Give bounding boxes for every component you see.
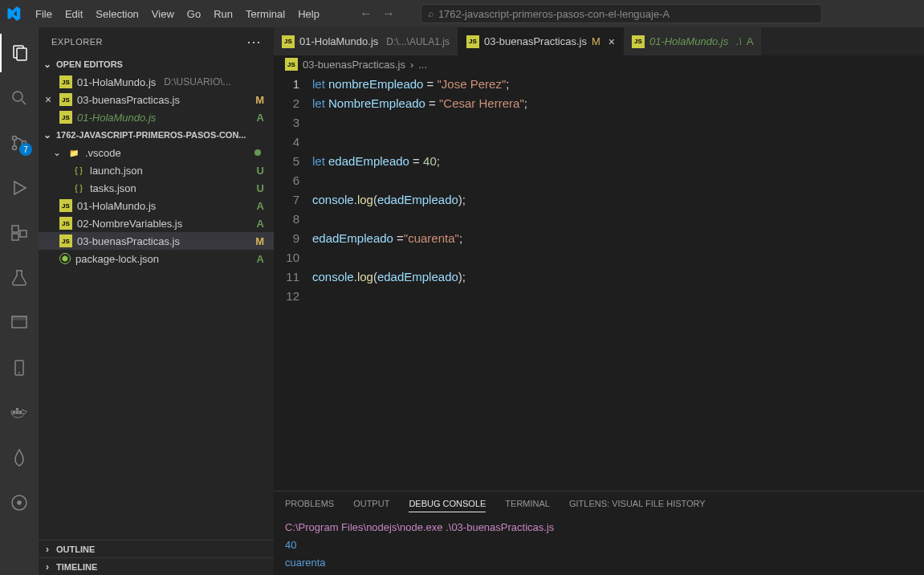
remote-icon[interactable] (0, 483, 39, 522)
menu-file[interactable]: File (29, 5, 59, 23)
editor-tab[interactable]: JS01-HolaMundo.js.\A (624, 27, 763, 55)
run-debug-icon[interactable] (0, 169, 39, 207)
js-file-icon: JS (59, 75, 72, 88)
js-file-icon: JS (59, 93, 72, 106)
editor-area: JS01-HolaMundo.jsD:\...\AULA1.jsJS03-bue… (274, 27, 924, 575)
svg-rect-10 (20, 230, 26, 237)
close-icon[interactable]: × (45, 93, 51, 106)
menu-go[interactable]: Go (181, 5, 207, 23)
file-label: .vscode (85, 147, 121, 159)
extensions-icon[interactable] (0, 214, 39, 252)
open-editor-item[interactable]: ×JS03-buenasPracticas.jsM (39, 91, 274, 108)
docker-icon[interactable] (0, 394, 39, 432)
testing-icon[interactable] (0, 259, 39, 297)
sidebar-header: EXPLORER ⋯ (39, 27, 274, 55)
more-actions-icon[interactable]: ⋯ (246, 33, 262, 51)
svg-line-3 (22, 100, 26, 104)
outline-header[interactable]: › OUTLINE (39, 540, 274, 557)
panel-tab-gitlens-visual-file-history[interactable]: GITLENS: VISUAL FILE HISTORY (569, 495, 706, 512)
tab-label: 03-buenasPracticas.js (484, 35, 587, 47)
js-file-icon: JS (59, 234, 72, 247)
svg-point-20 (18, 501, 21, 504)
svg-point-2 (13, 92, 22, 101)
debug-console-output[interactable]: C:\Program Files\nodejs\node.exe .\03-bu… (274, 516, 924, 575)
source-control-icon[interactable]: 7 (0, 124, 39, 162)
timeline-header[interactable]: › TIMELINE (39, 557, 274, 575)
git-status: U (257, 165, 264, 177)
menu-selection[interactable]: Selection (89, 5, 145, 23)
menu-edit[interactable]: Edit (59, 5, 89, 23)
menu-terminal[interactable]: Terminal (239, 5, 291, 23)
file-item[interactable]: JS02-NombreVariables.jsA (39, 214, 274, 232)
mongodb-icon[interactable] (0, 438, 39, 477)
vscode-logo-icon (6, 6, 21, 21)
js-file-icon: JS (59, 217, 72, 230)
explorer-title: EXPLORER (51, 37, 103, 47)
folder-item[interactable]: ⌄📁.vscode (39, 144, 274, 161)
panel-tabs: PROBLEMSOUTPUTDEBUG CONSOLETERMINALGITLE… (274, 491, 924, 516)
tab-path: D:\...\AULA1.js (386, 36, 450, 47)
file-label: 02-NombreVariables.js (77, 218, 182, 230)
code-editor[interactable]: 123456789101112 let nombreEmpleado = "Jo… (274, 73, 924, 491)
modified-dot (254, 149, 261, 156)
explorer-icon[interactable] (0, 34, 39, 72)
open-editors-header[interactable]: ⌄ OPEN EDITORS (39, 55, 274, 73)
editor-tabs: JS01-HolaMundo.jsD:\...\AULA1.jsJS03-bue… (274, 27, 924, 55)
editor-tab[interactable]: JS03-buenasPracticas.jsM× (458, 27, 624, 55)
file-label: 01-HolaMundo.js (77, 76, 156, 88)
git-status: A (257, 112, 264, 124)
panel-tab-debug-console[interactable]: DEBUG CONSOLE (409, 495, 486, 512)
menu-run[interactable]: Run (207, 5, 239, 23)
js-file-icon: JS (632, 35, 645, 48)
nav-back-icon[interactable]: ← (360, 6, 372, 21)
chevron-right-icon: › (42, 544, 53, 555)
file-item[interactable]: { }tasks.jsonU (39, 179, 274, 197)
menu-view[interactable]: View (145, 5, 181, 23)
breadcrumb-file: 03-buenasPracticas.js (303, 59, 405, 71)
git-status: M (592, 35, 600, 47)
open-editor-item[interactable]: JS01-HolaMundo.jsD:\USUARIO\... (39, 73, 274, 91)
console-line: 40 (285, 536, 913, 554)
file-label: 03-buenasPracticas.js (77, 235, 180, 247)
js-file-icon: JS (282, 35, 295, 48)
chevron-down-icon: ⌄ (51, 147, 63, 158)
svg-point-5 (13, 146, 17, 150)
panel-tab-problems[interactable]: PROBLEMS (285, 495, 334, 512)
panel-tab-terminal[interactable]: TERMINAL (505, 495, 550, 512)
close-icon[interactable]: × (609, 35, 615, 48)
file-label: 03-buenasPracticas.js (77, 94, 180, 106)
search-activity-icon[interactable] (0, 79, 39, 117)
git-status: A (257, 253, 264, 265)
svg-rect-18 (16, 408, 18, 410)
breadcrumb-rest: ... (418, 59, 427, 71)
editor-tab[interactable]: JS01-HolaMundo.jsD:\...\AULA1.js (274, 27, 458, 55)
file-item[interactable]: ⬢package-lock.jsonA (39, 250, 274, 267)
command-center-search[interactable]: ⌕ 1762-javascript-primeros-pasos-con-el-… (421, 4, 822, 23)
workspace-header[interactable]: ⌄ 1762-JAVASCRIPT-PRIMEROS-PASOS-CON... (39, 126, 274, 144)
open-editor-item[interactable]: JS01-HolaMundo.jsA (39, 108, 274, 126)
chevron-down-icon: ⌄ (42, 59, 53, 70)
file-label: 01-HolaMundo.js (77, 200, 156, 212)
node-icon: ⬢ (59, 253, 71, 264)
chevron-down-icon: ⌄ (42, 129, 53, 141)
json-file-icon: { } (72, 164, 85, 177)
console-line: cuarenta (285, 554, 913, 572)
js-file-icon: JS (59, 111, 72, 124)
svg-rect-9 (12, 234, 18, 240)
breadcrumb[interactable]: JS 03-buenasPracticas.js › ... (274, 55, 924, 73)
file-item[interactable]: { }launch.jsonU (39, 161, 274, 179)
svg-rect-12 (12, 316, 26, 320)
device-icon[interactable] (0, 349, 39, 387)
menu-help[interactable]: Help (291, 5, 326, 23)
panel-tab-output[interactable]: OUTPUT (353, 495, 389, 512)
timeline-label: TIMELINE (56, 562, 97, 572)
layout-icon[interactable] (0, 304, 39, 342)
git-status: M (255, 235, 264, 247)
file-item[interactable]: JS03-buenasPracticas.jsM (39, 232, 274, 250)
nav-forward-icon[interactable]: → (382, 6, 395, 21)
file-item[interactable]: JS01-HolaMundo.jsA (39, 197, 274, 214)
activity-bar: 7 (0, 27, 39, 575)
console-line: C:\Program Files\nodejs\node.exe .\03-bu… (285, 519, 913, 536)
bottom-panel: PROBLEMSOUTPUTDEBUG CONSOLETERMINALGITLE… (274, 491, 924, 575)
git-status: A (747, 35, 754, 47)
